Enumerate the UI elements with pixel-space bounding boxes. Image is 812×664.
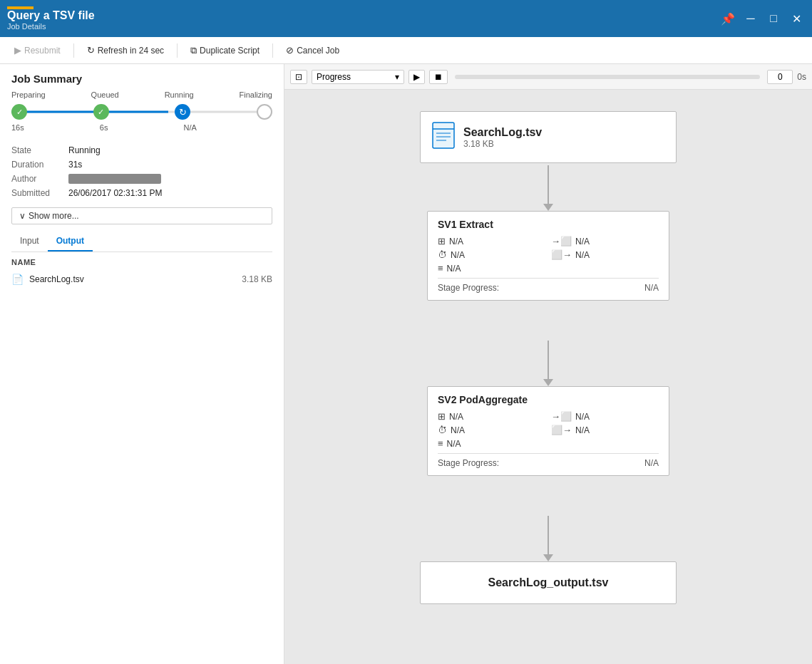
input-icon-2: →⬜ — [551, 411, 572, 422]
stop-button[interactable]: ⏹ — [429, 70, 448, 84]
duration-label: Duration — [11, 160, 68, 170]
sv2-node[interactable]: SV2 PodAggregate ⊞ N/A →⬜ N/A ⏱ N/A — [427, 386, 669, 476]
grid-icon-2: ⊞ — [438, 411, 446, 422]
list-item[interactable]: 📄 SearchLog.tsv 3.18 KB — [0, 269, 284, 289]
sv1-stat-2-value: N/A — [575, 237, 590, 247]
fit-button[interactable]: ⊡ — [290, 70, 307, 84]
file-size: 3.18 KB — [242, 274, 272, 284]
sv2-progress-value: N/A — [644, 458, 659, 468]
separator-1 — [73, 43, 74, 58]
sv1-stat-5-value: N/A — [447, 264, 461, 274]
sv1-title: SV1 Extract — [438, 219, 659, 230]
duration-row: Duration 31s — [11, 157, 272, 172]
clock-icon-2: ⏱ — [438, 425, 447, 435]
sv2-stat-2: →⬜ N/A — [551, 411, 659, 422]
progress-track[interactable] — [455, 75, 760, 79]
sv1-stat-1-value: N/A — [449, 237, 463, 247]
info-section: State Running Duration 31s Author Submit… — [0, 140, 284, 203]
submitted-value: 26/06/2017 02:31:31 PM — [68, 188, 162, 198]
graph-area[interactable]: SearchLog.tsv 3.18 KB SV1 Extract ⊞ N/A — [284, 90, 812, 664]
show-more-button[interactable]: ∨ Show more... — [11, 207, 272, 224]
sv2-stat-1: ⊞ N/A — [438, 411, 545, 422]
right-panel: ⊡ Progress ▾ ▶ ⏹ 0 0s — [284, 64, 812, 664]
duplicate-icon: ⧉ — [190, 45, 197, 56]
refresh-button[interactable]: ↻ Refresh in 24 sec — [80, 42, 171, 58]
sv1-progress-value: N/A — [644, 283, 659, 293]
arrow-head-2 — [543, 379, 553, 386]
stage-running-label: Running — [165, 90, 194, 99]
toolbar: ▶ Resubmit ↻ Refresh in 24 sec ⧉ Duplica… — [0, 37, 812, 64]
progress-select[interactable]: Progress ▾ — [312, 70, 404, 84]
sv1-stats-grid: ⊞ N/A →⬜ N/A ⏱ N/A ⬜→ N/ — [438, 236, 659, 274]
sv1-stat-3-value: N/A — [451, 250, 465, 260]
sv2-progress-label: Stage Progress: — [438, 458, 499, 468]
state-value: Running — [68, 145, 101, 155]
sv2-stat-5: ≡ N/A — [438, 438, 545, 449]
stage-queued-label: Queued — [91, 90, 119, 99]
input-file-icon — [432, 122, 455, 152]
tab-output[interactable]: Output — [48, 232, 93, 251]
window-subtitle: Job Details — [7, 22, 95, 31]
stage-track: ✓ ✓ ↻ — [11, 102, 272, 122]
input-file-title: SearchLog.tsv — [463, 126, 542, 139]
stage-labels: Preparing Queued Running Finalizing — [11, 90, 272, 99]
sv2-stat-5-value: N/A — [447, 439, 461, 449]
sv2-stats-grid: ⊞ N/A →⬜ N/A ⏱ N/A ⬜→ N/ — [438, 411, 659, 449]
svg-rect-0 — [433, 123, 454, 148]
main-content: Job Summary Preparing Queued Running Fin… — [0, 64, 812, 664]
clock-icon-1: ⏱ — [438, 249, 447, 260]
sv2-stat-3-value: N/A — [451, 425, 465, 435]
stage-circle-queued: ✓ — [93, 104, 109, 120]
minimize-icon[interactable]: ─ — [742, 10, 759, 27]
title-bar-left: Query a TSV file Job Details — [7, 6, 95, 31]
maximize-icon[interactable]: □ — [765, 10, 782, 27]
time-queued: 6s — [100, 123, 108, 132]
sv1-stat-4-value: N/A — [575, 250, 590, 260]
cancel-job-button[interactable]: ⊘ Cancel Job — [279, 42, 346, 58]
input-file-info: SearchLog.tsv 3.18 KB — [463, 126, 542, 149]
tab-input[interactable]: Input — [11, 232, 48, 251]
arrow-head-1 — [543, 204, 553, 211]
arrow-3 — [548, 516, 549, 557]
stage-finalizing-label: Finalizing — [240, 90, 272, 99]
stage-circle-running: ↻ — [175, 104, 190, 120]
sv1-stat-1: ⊞ N/A — [438, 236, 545, 247]
graph-canvas: SearchLog.tsv 3.18 KB SV1 Extract ⊞ N/A — [299, 104, 798, 664]
stage-circle-finalizing — [257, 104, 272, 120]
close-icon[interactable]: ✕ — [788, 10, 805, 27]
input-file-node[interactable]: SearchLog.tsv 3.18 KB — [420, 111, 677, 163]
sv2-stat-4-value: N/A — [575, 425, 590, 435]
tabs: Input Output — [11, 232, 272, 252]
chevron-down-icon: ∨ — [19, 211, 26, 221]
output-file-node[interactable]: SearchLog_output.tsv — [420, 561, 677, 604]
sv1-progress: Stage Progress: N/A — [438, 278, 659, 293]
duplicate-script-button[interactable]: ⧉ Duplicate Script — [183, 42, 267, 59]
grid-icon-1: ⊞ — [438, 236, 446, 247]
author-row: Author — [11, 172, 272, 186]
time-label: 0s — [797, 72, 806, 82]
pin-icon[interactable]: 📌 — [719, 10, 736, 27]
sv2-progress: Stage Progress: N/A — [438, 453, 659, 468]
sv2-stat-1-value: N/A — [449, 412, 463, 422]
chevron-down-icon-select: ▾ — [395, 72, 399, 82]
sv1-stat-4: ⬜→ N/A — [551, 249, 659, 260]
submitted-label: Submitted — [11, 188, 68, 198]
sv2-title: SV2 PodAggregate — [438, 394, 659, 405]
progress-select-label: Progress — [317, 72, 351, 82]
play-button[interactable]: ▶ — [408, 70, 425, 84]
resubmit-button[interactable]: ▶ Resubmit — [7, 42, 68, 58]
file-list-header: NAME — [0, 252, 284, 269]
arrow-head-3 — [543, 554, 553, 561]
stage-circle-preparing: ✓ — [11, 104, 27, 120]
window-title: Query a TSV file — [7, 9, 95, 22]
separator-2 — [177, 43, 178, 58]
input-icon-1: →⬜ — [551, 236, 572, 247]
left-panel: Job Summary Preparing Queued Running Fin… — [0, 64, 284, 664]
file-name: SearchLog.tsv — [29, 274, 236, 284]
resubmit-icon: ▶ — [14, 45, 21, 56]
author-value-bar — [68, 174, 161, 184]
sv1-extract-node[interactable]: SV1 Extract ⊞ N/A →⬜ N/A ⏱ N/A — [427, 211, 669, 301]
window-controls: 📌 ─ □ ✕ — [719, 10, 805, 27]
stage-circles: ✓ ✓ ↻ — [11, 104, 272, 120]
sv2-stat-3: ⏱ N/A — [438, 425, 545, 435]
